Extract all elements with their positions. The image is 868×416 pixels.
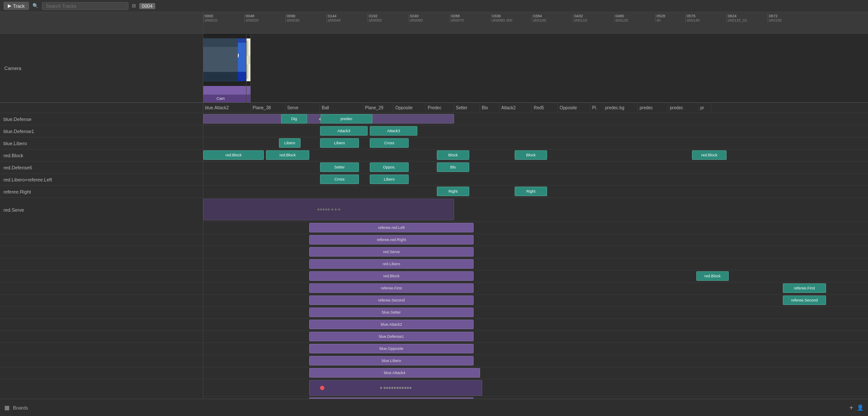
clip-referee-second[interactable]: referee.Second <box>309 295 474 305</box>
track-label-blue-libero2 <box>0 355 203 367</box>
lbl-plane38: Plane_38 <box>251 103 285 113</box>
clip-redblock-3[interactable]: red.Block <box>692 150 727 160</box>
track-clips-red-serve2: red.Serve <box>203 246 868 258</box>
track-label-ref-red-right <box>0 234 203 246</box>
camera-sidebar: Camera <box>0 34 203 102</box>
search-input[interactable] <box>42 2 128 10</box>
boards-label: Boards <box>13 405 28 410</box>
camera-thumb-last[interactable]: Cam <box>203 34 238 102</box>
clip-right-2[interactable]: Right <box>515 187 547 196</box>
clip-dig[interactable]: Dig <box>281 114 307 124</box>
track-label-red-block: red.Block <box>0 149 203 161</box>
ruler-mark: 0144sh0040 <box>327 14 368 22</box>
clip-redblock-1[interactable]: red.Block <box>203 150 264 160</box>
lbl-predec-bg: predec.bg <box>603 103 638 113</box>
clip-blue-opposite[interactable]: blue.Opposite <box>309 344 474 353</box>
clip-libero-3[interactable]: Libero <box>370 175 409 184</box>
track-label-blue-libero: blue.Libero <box>0 137 203 149</box>
clip-setter[interactable]: Setter <box>320 162 359 172</box>
clip-referee-first[interactable]: referee.First <box>309 283 474 293</box>
clip-predec[interactable]: predec <box>320 114 372 124</box>
clip-referee-second-right[interactable]: referee.Second <box>783 295 826 305</box>
top-bar: ▶ Track 🔍 ⊟ 0004 <box>0 0 868 12</box>
track-row-blue-setter2: blue.Setter <box>0 307 868 319</box>
lbl-serve: Serve <box>285 103 320 113</box>
ruler: 0000sh0010 0048sh0020 0096sh0030 0144sh0… <box>203 12 868 34</box>
track-clips-red-block: red.Block red.Block Block Block red.Bloc… <box>203 149 868 161</box>
track-label-blue-setter2 <box>0 307 203 318</box>
clip-blue-libero2[interactable]: blue.Libero <box>309 356 474 365</box>
clip-redblock-2[interactable]: red.Block <box>266 150 309 160</box>
boards-section: ▦ Boards + 👤 <box>0 399 868 416</box>
sidebar-header <box>0 12 203 34</box>
track-clips-blue-libero2: blue.Libero <box>203 355 868 367</box>
track-label-keyframe <box>0 379 203 397</box>
clip-block-2[interactable]: Block <box>515 150 547 160</box>
track-clips-keyframe: ◆ ◆◆◆◆◆◆◆◆◆◆◆ <box>203 379 868 397</box>
ruler-mark: 0288sh0070 <box>450 14 491 22</box>
clip-cross[interactable]: Cross <box>370 138 409 148</box>
ruler-mark: 0384sh0100 <box>532 14 573 22</box>
clip-cross-2[interactable]: Cross <box>320 175 359 184</box>
boards-person-button[interactable]: 👤 <box>857 404 864 411</box>
clip-bd1-2[interactable]: Attack3 <box>370 126 417 136</box>
lbl-predec3: predec <box>668 103 698 113</box>
track-label-ref-blue-left <box>0 397 203 399</box>
track-label-ref-red-left <box>0 222 203 234</box>
lbl-opposite: Opposite <box>394 103 426 113</box>
clip-red-libero2[interactable]: red.Libero <box>309 259 474 269</box>
clip-keyframe-area[interactable]: ◆ ◆◆◆◆◆◆◆◆◆◆◆ <box>309 380 482 396</box>
clip-referee-first-right[interactable]: referee.First <box>783 283 826 293</box>
svg-rect-57 <box>203 72 238 82</box>
track-row-red-defense6: red.Defense6 Setter Oppos. Blo <box>0 162 868 174</box>
clip-libero-2[interactable]: Libero <box>320 138 359 148</box>
track-row-red-libero2: red.Libero <box>0 258 868 270</box>
clip-ref-red-right[interactable]: referee.red.Right <box>309 235 474 245</box>
track-label-referee-first <box>0 283 203 294</box>
track-clips-blue-defense1-2: blue.Defense1 <box>203 331 868 343</box>
track-label-libero-left: red.Libero+referee.Left <box>0 174 203 185</box>
clip-red-block-main[interactable]: red.Block <box>309 271 474 281</box>
track-row-blue-defense1-2: blue.Defense1 <box>0 331 868 343</box>
track-button[interactable]: ▶ Track <box>3 2 29 10</box>
boards-add-button[interactable]: + <box>849 404 853 412</box>
clip-ref-blue-left[interactable]: referee.blue.Left <box>309 397 474 399</box>
track-row-red-block: red.Block red.Block red.Block Block Bloc… <box>0 149 868 162</box>
clip-blue-attack2-2[interactable]: blue.Attack2 <box>309 320 474 329</box>
clip-bd1-1[interactable]: Attack3 <box>320 126 368 136</box>
track-clips-ref-red-right: referee.red.Right <box>203 234 868 246</box>
ruler-mark: 0480sh0120 <box>614 14 655 22</box>
track-icon: ▶ <box>8 3 11 9</box>
track-clips-blue-setter2: blue.Setter <box>203 307 868 318</box>
track-label-blue-attack4 <box>0 367 203 379</box>
track-clips-ref-red-left: referee.red.Left <box>203 222 868 234</box>
track-row-blue-attack4: blue.Attack4 <box>0 367 868 379</box>
ruler-mark: 0528sh <box>655 14 685 22</box>
track-clips-blue-opposite: blue.Opposite <box>203 343 868 355</box>
track-row-red-block2: red.Block red.Block <box>0 270 868 283</box>
track-clips-red-libero2: red.Libero <box>203 258 868 270</box>
clip-block-1[interactable]: Block <box>437 150 469 160</box>
filter-icon[interactable]: ⊟ <box>132 3 136 9</box>
clip-blue-defense1-2[interactable]: blue.Defense1 <box>309 332 474 341</box>
clip-red-block-right[interactable]: red.Block <box>696 271 729 281</box>
track-row-red-serve: red.Serve ◆◆◆◆◆ ◆ ◆ ◆ <box>0 198 868 222</box>
track-row-referee-first: referee.First referee.First <box>0 283 868 295</box>
track-label-red-serve: red.Serve <box>0 198 203 222</box>
ruler-mark: 0192sh0050 <box>368 14 409 22</box>
ruler-mark: 0240sh0060 <box>409 14 450 22</box>
clip-right-1[interactable]: Right <box>437 187 469 196</box>
clip-red-serve2[interactable]: red.Serve <box>309 247 474 257</box>
clip-ref-red-left[interactable]: referee.red.Left <box>309 223 474 232</box>
track-row-blue-defense: blue.Defense ◆◆◆◆◆ ◆ ◆ predec Dig <box>0 113 868 125</box>
track-label-blue-defense1-2 <box>0 331 203 343</box>
track-label: Track <box>13 3 25 9</box>
clip-blue-attack4[interactable]: blue.Attack4 <box>309 368 480 378</box>
clip-blo[interactable]: Blo <box>437 162 469 172</box>
track-label-blue-attack2-2 <box>0 319 203 330</box>
clip-blue-setter2[interactable]: blue.Setter <box>309 308 474 317</box>
lbl-red5: Red5 <box>532 103 558 113</box>
clip-oppos[interactable]: Oppos. <box>370 162 409 172</box>
clip-red-serve-bg[interactable]: ◆◆◆◆◆ ◆ ◆ ◆ <box>203 199 454 220</box>
clip-libero-1[interactable]: Libero <box>279 138 301 148</box>
